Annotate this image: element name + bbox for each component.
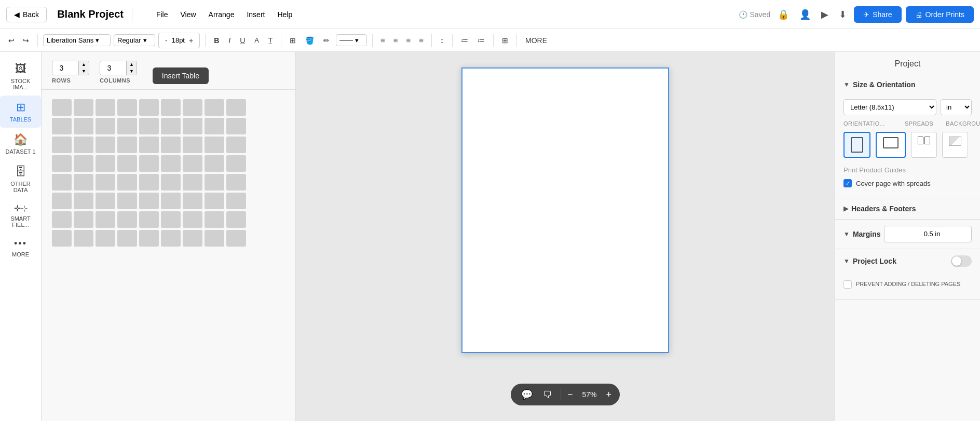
grid-cell[interactable] — [74, 174, 93, 191]
grid-cell[interactable] — [183, 230, 202, 247]
project-lock-toggle[interactable] — [951, 255, 972, 267]
chat-icon-btn[interactable]: 🗨 — [541, 388, 554, 401]
zoom-out-button[interactable]: − — [567, 389, 573, 400]
prevent-pages-checkbox[interactable] — [843, 280, 852, 289]
unit-select[interactable]: in — [941, 99, 972, 115]
play-icon-btn[interactable]: ▶ — [818, 6, 832, 23]
more-button[interactable]: MORE — [522, 34, 550, 47]
menu-arrange[interactable]: Arrange — [203, 7, 240, 22]
grid-cell[interactable] — [139, 230, 159, 247]
stroke-dropdown[interactable]: —— ▾ — [336, 34, 367, 46]
grid-cell[interactable] — [139, 155, 159, 172]
bold-button[interactable]: B — [211, 34, 222, 47]
sidebar-item-smart-fields[interactable]: ✛⊹ SMART FIEL... — [0, 198, 41, 233]
grid-cell[interactable] — [96, 193, 115, 209]
grid-cell[interactable] — [183, 118, 202, 134]
align-left-button[interactable]: ≡ — [378, 34, 388, 47]
grid-cell[interactable] — [226, 230, 246, 247]
grid-cell[interactable] — [96, 99, 115, 116]
grid-cell[interactable] — [74, 155, 93, 172]
section-headers-footers-header[interactable]: ▶ Headers & Footers — [835, 198, 980, 219]
grid-cell[interactable] — [52, 155, 72, 172]
grid-cell[interactable] — [205, 99, 224, 116]
portrait-button[interactable] — [843, 132, 870, 158]
insert-image-button[interactable]: ⊞ — [499, 34, 511, 47]
grid-cell[interactable] — [117, 99, 137, 116]
sidebar-item-stock-images[interactable]: 🖼 STOCK IMA... — [0, 57, 41, 96]
fill-color-button[interactable]: 🪣 — [302, 34, 317, 47]
zoom-in-button[interactable]: + — [606, 389, 612, 400]
grid-cell[interactable] — [96, 174, 115, 191]
grid-cell[interactable] — [226, 118, 246, 134]
spreads-button[interactable] — [911, 132, 937, 158]
page-size-select[interactable]: Letter (8.5x11) — [843, 99, 936, 115]
redo-button[interactable]: ↪ — [20, 34, 32, 47]
menu-help[interactable]: Help — [272, 7, 297, 22]
grid-cell[interactable] — [161, 211, 181, 228]
grid-cell[interactable] — [183, 137, 202, 153]
grid-cell[interactable] — [161, 230, 181, 247]
grid-cell[interactable] — [96, 137, 115, 153]
line-height-button[interactable]: ↕ — [437, 34, 447, 47]
grid-cell[interactable] — [226, 174, 246, 191]
grid-cell[interactable] — [117, 155, 137, 172]
menu-view[interactable]: View — [175, 7, 201, 22]
undo-button[interactable]: ↩ — [5, 34, 18, 47]
cols-down[interactable]: ▼ — [127, 68, 137, 75]
cols-input[interactable] — [100, 61, 126, 75]
grid-cell[interactable] — [205, 174, 224, 191]
share-button[interactable]: ✈ Share — [854, 6, 901, 23]
grid-cell[interactable] — [226, 211, 246, 228]
menu-insert[interactable]: Insert — [241, 7, 270, 22]
grid-cell[interactable] — [117, 137, 137, 153]
grid-cell[interactable] — [96, 230, 115, 247]
background-button[interactable] — [942, 132, 968, 158]
grid-cell[interactable] — [226, 137, 246, 153]
grid-cell[interactable] — [96, 118, 115, 134]
font-name-dropdown[interactable]: Liberation Sans ▾ — [43, 34, 111, 46]
line-button[interactable]: ✏ — [320, 34, 333, 47]
landscape-button[interactable] — [876, 132, 906, 158]
text-caps-button[interactable]: A — [251, 34, 262, 46]
grid-cell[interactable] — [52, 174, 72, 191]
grid-cell[interactable] — [183, 155, 202, 172]
insert-table-button[interactable]: Insert Table — [153, 67, 209, 84]
grid-cell[interactable] — [183, 211, 202, 228]
rows-input[interactable] — [52, 61, 78, 75]
grid-cell[interactable] — [74, 118, 93, 134]
section-size-orientation-header[interactable]: ▼ Size & Orientation — [835, 74, 980, 95]
grid-cell[interactable] — [205, 193, 224, 209]
rows-down[interactable]: ▼ — [79, 68, 89, 75]
grid-cell[interactable] — [183, 99, 202, 116]
grid-cell[interactable] — [205, 137, 224, 153]
grid-cell[interactable] — [139, 137, 159, 153]
sidebar-item-tables[interactable]: ⊞ TABLES — [0, 96, 41, 128]
grid-cell[interactable] — [205, 155, 224, 172]
back-button[interactable]: ◀ Back — [6, 7, 47, 22]
numbered-list-button[interactable]: ≔ — [474, 34, 488, 47]
grid-cell[interactable] — [161, 155, 181, 172]
margins-input[interactable] — [884, 227, 972, 240]
section-margins-header[interactable]: ▼ Margins ▲ ▼ — [835, 220, 980, 249]
grid-cell[interactable] — [52, 230, 72, 247]
align-right-button[interactable]: ≡ — [404, 34, 414, 47]
comment-icon-btn[interactable]: 💬 — [519, 388, 535, 401]
menu-file[interactable]: File — [151, 7, 173, 22]
grid-cell[interactable] — [117, 230, 137, 247]
underline-button[interactable]: U — [237, 34, 248, 47]
align-center-button[interactable]: ≡ — [391, 34, 401, 47]
font-size-decrease[interactable]: - — [162, 34, 171, 47]
grid-cell[interactable] — [74, 193, 93, 209]
grid-cell[interactable] — [161, 137, 181, 153]
grid-cell[interactable] — [205, 230, 224, 247]
italic-button[interactable]: I — [225, 34, 234, 47]
grid-cell[interactable] — [74, 211, 93, 228]
sidebar-item-other-data[interactable]: 🗄 OTHER DATA — [0, 160, 41, 198]
grid-cell[interactable] — [139, 211, 159, 228]
grid-cell[interactable] — [161, 99, 181, 116]
grid-cell[interactable] — [96, 155, 115, 172]
grid-cell[interactable] — [183, 193, 202, 209]
font-style-dropdown[interactable]: Regular ▾ — [114, 34, 155, 46]
font-size-increase[interactable]: + — [186, 34, 196, 47]
grid-cell[interactable] — [183, 174, 202, 191]
